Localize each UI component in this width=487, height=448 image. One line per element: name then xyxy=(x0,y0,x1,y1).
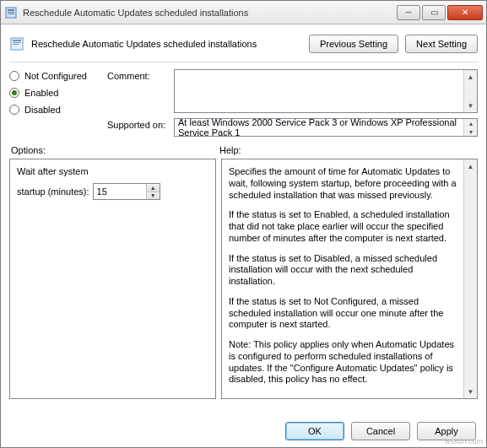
policy-icon xyxy=(4,6,18,19)
option-wait-label-2: startup (minutes): xyxy=(17,186,89,197)
svg-rect-1 xyxy=(8,9,14,11)
minimize-button[interactable]: ─ xyxy=(397,5,420,20)
help-paragraph: Note: This policy applies only when Auto… xyxy=(229,339,460,386)
state-radios: Not Configured Enabled Disabled xyxy=(9,69,102,115)
dialog-footer: OK Cancel Apply xyxy=(285,422,476,440)
comment-textarea[interactable]: ▲ ▼ xyxy=(174,69,478,113)
options-panel: Wait after system startup (minutes): ▲ ▼ xyxy=(9,159,216,399)
scroll-up-icon[interactable]: ▲ xyxy=(464,70,477,84)
radio-label: Not Configured xyxy=(24,71,87,81)
maximize-button[interactable]: ▭ xyxy=(422,5,446,20)
help-paragraph: If the status is set to Enabled, a sched… xyxy=(229,209,460,244)
previous-setting-button[interactable]: Previous Setting xyxy=(309,35,398,53)
supported-on-value-box: At least Windows 2000 Service Pack 3 or … xyxy=(174,118,478,137)
scrollbar[interactable]: ▴ ▾ xyxy=(463,119,477,136)
radio-label: Disabled xyxy=(24,105,61,115)
radio-label: Enabled xyxy=(24,88,58,98)
separator xyxy=(9,62,478,62)
titlebar: Reschedule Automatic Updates scheduled i… xyxy=(1,1,486,24)
spinner-buttons: ▲ ▼ xyxy=(146,184,160,199)
option-wait-label-1: Wait after system xyxy=(17,166,208,176)
help-panel: Specifies the amount of time for Automat… xyxy=(221,159,478,399)
comment-label: Comment: xyxy=(107,69,170,81)
cancel-button[interactable]: Cancel xyxy=(351,422,410,440)
next-setting-button[interactable]: Next Setting xyxy=(405,35,478,53)
svg-rect-7 xyxy=(13,44,19,45)
startup-minutes-spinner[interactable]: ▲ ▼ xyxy=(93,183,160,200)
scroll-down-icon[interactable]: ▾ xyxy=(464,127,477,136)
radio-icon xyxy=(9,71,19,81)
apply-button[interactable]: Apply xyxy=(417,422,476,440)
supported-on-value: At least Windows 2000 Service Pack 3 or … xyxy=(178,117,473,138)
close-button[interactable]: ✕ xyxy=(447,5,483,20)
policy-title: Reschedule Automatic Updates scheduled i… xyxy=(31,39,302,49)
svg-rect-5 xyxy=(13,40,21,41)
options-section-label: Options: xyxy=(11,145,219,155)
scroll-down-icon[interactable]: ▼ xyxy=(464,385,477,398)
header-row: Reschedule Automatic Updates scheduled i… xyxy=(9,31,478,60)
radio-icon xyxy=(9,105,19,115)
svg-rect-2 xyxy=(8,12,14,13)
radio-not-configured[interactable]: Not Configured xyxy=(9,71,102,81)
help-paragraph: If the status is set to Disabled, a miss… xyxy=(229,253,460,288)
scroll-down-icon[interactable]: ▼ xyxy=(464,99,477,112)
policy-icon xyxy=(9,36,24,51)
help-text: Specifies the amount of time for Automat… xyxy=(229,166,460,386)
spinner-down-button[interactable]: ▼ xyxy=(147,192,160,200)
ok-button[interactable]: OK xyxy=(285,422,344,440)
radio-disabled[interactable]: Disabled xyxy=(9,105,102,115)
svg-rect-6 xyxy=(13,42,21,43)
scroll-up-icon[interactable]: ▲ xyxy=(464,159,477,173)
help-paragraph: Specifies the amount of time for Automat… xyxy=(229,166,460,201)
help-paragraph: If the status is set to Not Configured, … xyxy=(229,296,460,331)
scrollbar[interactable]: ▲ ▼ xyxy=(463,70,477,112)
radio-enabled[interactable]: Enabled xyxy=(9,88,102,98)
svg-rect-3 xyxy=(8,13,14,14)
supported-on-label: Supported on: xyxy=(107,118,170,130)
window-buttons: ─ ▭ ✕ xyxy=(397,5,483,20)
help-section-label: Help: xyxy=(219,145,476,155)
scrollbar[interactable]: ▲ ▼ xyxy=(463,159,477,398)
window-title: Reschedule Automatic Updates scheduled i… xyxy=(23,8,397,18)
scroll-up-icon[interactable]: ▴ xyxy=(464,119,477,127)
spinner-up-button[interactable]: ▲ xyxy=(147,184,160,192)
radio-icon xyxy=(9,88,19,98)
startup-minutes-input[interactable] xyxy=(94,186,144,197)
